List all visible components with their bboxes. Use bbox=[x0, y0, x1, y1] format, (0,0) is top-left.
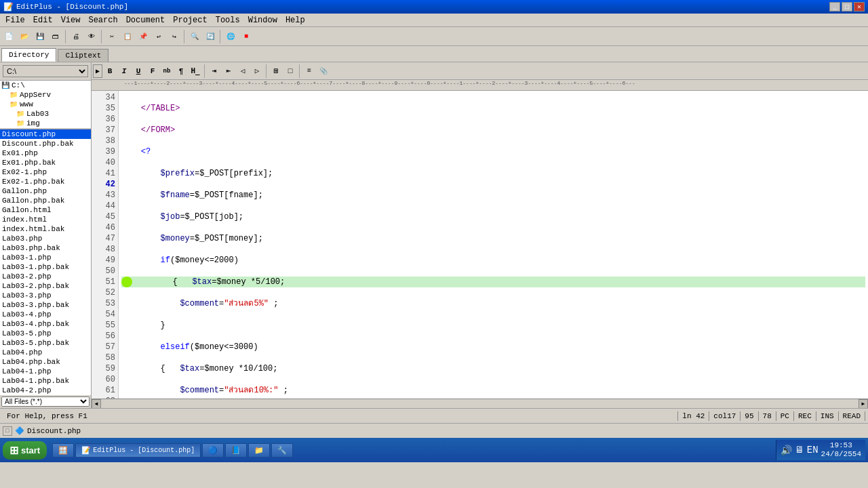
tree-item-c[interactable]: 💾 C:\ bbox=[0, 81, 91, 90]
title-bar-controls[interactable]: _ □ ✕ bbox=[829, 2, 865, 12]
file-item[interactable]: Lab03.php.bak bbox=[0, 243, 91, 253]
file-item[interactable]: Lab03.php bbox=[0, 234, 91, 243]
tab-cliptext[interactable]: Cliptext bbox=[58, 49, 108, 62]
file-item[interactable]: Ex01.php bbox=[0, 148, 91, 158]
new-button[interactable]: 📄 bbox=[1, 29, 16, 44]
start-button[interactable]: ⊞ start bbox=[3, 441, 47, 460]
menu-project[interactable]: Project bbox=[169, 14, 211, 26]
code-line-37: $prefix=$_POST[prefix]; bbox=[121, 168, 865, 179]
menu-search[interactable]: Search bbox=[84, 14, 121, 26]
file-item[interactable]: Lab04-1.php bbox=[0, 367, 91, 376]
menu-document[interactable]: Document bbox=[122, 14, 170, 26]
scroll-right[interactable]: ▶ bbox=[859, 399, 868, 409]
fmt-sep3 bbox=[299, 64, 300, 78]
file-item[interactable]: index.html bbox=[0, 215, 91, 224]
outdent-button[interactable]: ⇤ bbox=[222, 64, 235, 78]
minimize-button[interactable]: _ bbox=[829, 2, 840, 12]
taskbar-btn-3[interactable]: 📘 bbox=[225, 443, 247, 458]
format-table[interactable]: ⊞ bbox=[269, 64, 283, 78]
file-item[interactable]: Ex01.php.bak bbox=[0, 158, 91, 167]
tree-item-lab03[interactable]: 📁 Lab03 bbox=[0, 109, 91, 119]
h-scrollbar[interactable]: ◀ ▶ bbox=[92, 399, 868, 408]
taskbar-btn-5[interactable]: 🔧 bbox=[271, 443, 293, 458]
menu-tools[interactable]: Tools bbox=[212, 14, 244, 26]
tree-item-www[interactable]: 📁 www bbox=[8, 100, 91, 109]
save-all-button[interactable]: 🗃 bbox=[48, 29, 63, 44]
menu-edit[interactable]: Edit bbox=[29, 14, 57, 26]
file-item[interactable]: Lab04-1.php.bak bbox=[0, 376, 91, 386]
file-item[interactable]: Gallon.php.bak bbox=[0, 196, 91, 205]
align-left[interactable]: ◁ bbox=[236, 64, 250, 78]
file-item[interactable]: Discount.php.bak bbox=[0, 139, 91, 148]
print-button[interactable]: 🖨 bbox=[68, 29, 83, 44]
file-item[interactable]: Gallon.php bbox=[0, 186, 91, 196]
file-item[interactable]: Gallon.html bbox=[0, 205, 91, 215]
copy-button[interactable]: 📋 bbox=[120, 29, 135, 44]
paste-button[interactable]: 📌 bbox=[136, 29, 151, 44]
file-item[interactable]: Lab03-2.php.bak bbox=[0, 281, 91, 291]
menu-window[interactable]: Window bbox=[244, 14, 281, 26]
file-item[interactable]: Lab03-5.php.bak bbox=[0, 338, 91, 348]
file-item[interactable]: Lab04.php.bak bbox=[0, 357, 91, 367]
close-button[interactable]: ✕ bbox=[854, 2, 865, 12]
italic-button[interactable]: I bbox=[117, 64, 131, 78]
underline-button[interactable]: U bbox=[132, 64, 145, 78]
format-h[interactable]: H̲ bbox=[189, 64, 202, 78]
fmt-sep1 bbox=[204, 64, 205, 78]
app-icon-2: 🔵 bbox=[208, 446, 218, 455]
undo-button[interactable]: ↩ bbox=[151, 29, 166, 44]
pilcrow-button[interactable]: ¶ bbox=[174, 64, 188, 78]
redo-button[interactable]: ↪ bbox=[167, 29, 182, 44]
menu-file[interactable]: File bbox=[1, 14, 29, 26]
taskbar-btn-editplus[interactable]: 📝 EditPlus - [Discount.php] bbox=[75, 443, 201, 458]
file-item[interactable]: Lab03-4.php.bak bbox=[0, 319, 91, 329]
format-f[interactable]: F bbox=[146, 64, 159, 78]
cut-button[interactable]: ✂ bbox=[104, 29, 119, 44]
list-button[interactable]: ≡ bbox=[302, 64, 316, 78]
file-item-discount[interactable]: Discount.php bbox=[0, 129, 91, 139]
file-item[interactable]: Lab03-4.php bbox=[0, 310, 91, 319]
format-box[interactable]: □ bbox=[283, 64, 297, 78]
save-button[interactable]: 💾 bbox=[33, 29, 47, 44]
file-item[interactable]: index.html.bak bbox=[0, 224, 91, 234]
file-item[interactable]: Lab03-5.php bbox=[0, 329, 91, 338]
bold-button[interactable]: B bbox=[103, 64, 117, 78]
format-nb[interactable]: nb bbox=[160, 64, 174, 78]
tree-item-img[interactable]: 📁 img bbox=[0, 119, 91, 128]
file-filter-select[interactable]: All Files (*.*) bbox=[1, 396, 90, 407]
status-line: ln 42 bbox=[678, 411, 709, 421]
file-item[interactable]: Lab03-3.php bbox=[0, 291, 91, 300]
tab-directory[interactable]: Directory bbox=[1, 48, 56, 62]
file-filter-container: All Files (*.*) bbox=[0, 395, 91, 408]
taskbar-btn-1[interactable]: 🪟 bbox=[52, 443, 74, 458]
taskbar-btn-4[interactable]: 📁 bbox=[248, 443, 270, 458]
drive-selector[interactable]: C:\ bbox=[3, 65, 88, 77]
file-item[interactable]: Lab03-3.php.bak bbox=[0, 300, 91, 310]
file-item[interactable]: Lab04-2.php bbox=[0, 386, 91, 395]
menu-view[interactable]: View bbox=[57, 14, 85, 26]
replace-button[interactable]: 🔄 bbox=[203, 29, 218, 44]
file-item[interactable]: Ex02-1.php bbox=[0, 167, 91, 177]
file-item[interactable]: Ex02-1.php.bak bbox=[0, 177, 91, 186]
clip-button[interactable]: 📎 bbox=[317, 64, 330, 78]
code-editor[interactable]: </TABLE> </FORM> <? $prefix=$_POST[prefi… bbox=[119, 91, 868, 399]
find-button[interactable]: 🔍 bbox=[187, 29, 202, 44]
file-indicator: □ bbox=[3, 426, 12, 436]
open-button[interactable]: 📂 bbox=[17, 29, 32, 44]
align-right[interactable]: ▷ bbox=[250, 64, 264, 78]
tree-item-appserv[interactable]: 📁 AppServ bbox=[8, 90, 91, 100]
file-item[interactable]: Lab03-2.php bbox=[0, 272, 91, 281]
browser-button[interactable]: 🌐 bbox=[223, 29, 238, 44]
taskbar-btn-2[interactable]: 🔵 bbox=[202, 443, 224, 458]
app-icon: 📝 bbox=[3, 2, 14, 12]
maximize-button[interactable]: □ bbox=[842, 2, 852, 12]
indent-button[interactable]: ⇥ bbox=[208, 64, 221, 78]
stop-button[interactable]: ■ bbox=[239, 29, 254, 44]
file-item[interactable]: Lab03-1.php bbox=[0, 253, 91, 262]
menu-help[interactable]: Help bbox=[281, 14, 309, 26]
preview-button[interactable]: 👁 bbox=[84, 29, 99, 44]
file-item[interactable]: Lab04.php bbox=[0, 348, 91, 357]
format-nav[interactable]: ▶ bbox=[93, 64, 102, 78]
file-item[interactable]: Lab03-1.php.bak bbox=[0, 262, 91, 272]
scroll-left[interactable]: ◀ bbox=[92, 399, 101, 409]
